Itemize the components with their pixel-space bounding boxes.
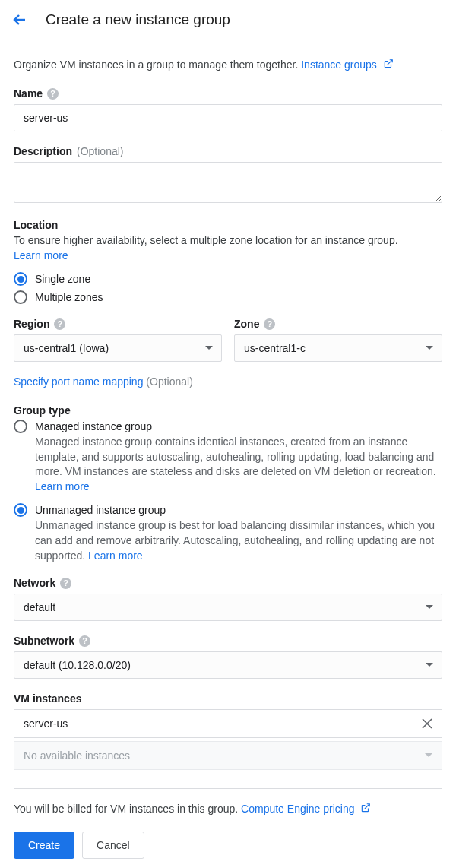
network-field: Network ? default [14,577,442,621]
close-icon[interactable] [422,718,432,729]
help-icon[interactable]: ? [47,88,59,100]
help-icon[interactable]: ? [79,635,90,647]
name-field: Name ? [14,87,442,131]
managed-learn-more-link[interactable]: Learn more [35,480,90,493]
billing-body: You will be billed for VM instances in t… [14,803,238,815]
radio-icon [14,272,27,286]
region-select[interactable]: us-central1 (Iowa) [14,334,222,362]
port-mapping-row: Specify port name mapping (Optional) [14,375,442,388]
group-type-managed: Managed instance group Managed instance … [14,420,442,494]
radio-icon [14,420,27,433]
radio-unmanaged[interactable]: Unmanaged instance group [14,503,442,517]
create-button[interactable]: Create [14,832,74,859]
region-label: Region [14,318,49,330]
intro-text: Organize VM instances in a group to mana… [14,59,442,71]
location-section: Location To ensure higher availability, … [14,219,442,304]
managed-desc: Managed instance group contains identica… [35,435,442,494]
description-input[interactable] [14,162,442,203]
subnetwork-field: Subnetwork ? default (10.128.0.0/20) [14,635,442,679]
unmanaged-desc: Unmanaged instance group is best for loa… [35,518,442,563]
vm-instance-item: server-us [14,709,442,738]
vm-instances-label: VM instances [14,692,81,705]
help-icon[interactable]: ? [264,318,275,330]
group-type-unmanaged: Unmanaged instance group Unmanaged insta… [14,503,442,563]
name-label: Name [14,87,43,100]
help-icon[interactable]: ? [60,578,71,589]
instance-groups-link-label: Instance groups [301,59,377,71]
unmanaged-learn-more-link[interactable]: Learn more [88,550,143,562]
radio-single-zone[interactable]: Single zone [14,272,442,286]
pricing-link-label: Compute Engine pricing [241,803,354,815]
vm-instance-name: server-us [24,718,68,730]
description-optional: (Optional) [77,145,123,157]
help-icon[interactable]: ? [54,318,65,330]
group-type-section: Group type Managed instance group Manage… [14,404,442,563]
chevron-down-icon [425,753,432,758]
vm-instances-field: VM instances server-us No available inst… [14,692,442,770]
external-link-icon [360,803,371,813]
divider [14,788,442,789]
zone-label: Zone [234,318,259,330]
back-arrow-icon[interactable] [11,11,29,29]
managed-desc-text: Managed instance group contains identica… [35,436,436,477]
zone-field: Zone ? us-central1-c [234,318,442,362]
group-type-title: Group type [14,404,442,417]
port-mapping-link[interactable]: Specify port name mapping [14,375,143,388]
button-row: Create Cancel [14,832,442,859]
radio-managed[interactable]: Managed instance group [14,420,442,433]
cancel-button[interactable]: Cancel [82,832,144,859]
unmanaged-label: Unmanaged instance group [35,504,166,516]
zone-select[interactable]: us-central1-c [234,334,442,362]
vm-instance-select-disabled: No available instances [14,741,442,770]
subnetwork-select[interactable]: default (10.128.0.0/20) [14,651,442,679]
billing-text: You will be billed for VM instances in t… [14,803,442,815]
description-field: Description (Optional) [14,145,442,205]
radio-multiple-label: Multiple zones [35,291,103,303]
location-title: Location [14,219,442,231]
location-learn-more-link[interactable]: Learn more [14,249,68,261]
name-input[interactable] [14,104,442,131]
external-link-icon [383,59,394,69]
instance-groups-link[interactable]: Instance groups [301,59,394,71]
region-field: Region ? us-central1 (Iowa) [14,318,222,362]
managed-label: Managed instance group [35,420,152,432]
radio-multiple-zones[interactable]: Multiple zones [14,290,442,304]
radio-single-label: Single zone [35,273,90,285]
network-select[interactable]: default [14,594,442,621]
intro-body: Organize VM instances in a group to mana… [14,59,298,71]
pricing-link[interactable]: Compute Engine pricing [241,803,371,815]
subnetwork-label: Subnetwork [14,635,74,647]
radio-icon [14,503,27,517]
vm-empty-text: No available instances [24,749,130,762]
page-header: Create a new instance group [0,0,456,40]
location-desc: To ensure higher availability, select a … [14,234,442,246]
network-label: Network [14,577,55,589]
port-mapping-optional: (Optional) [146,375,192,388]
radio-icon [14,290,27,304]
page-title: Create a new instance group [46,11,230,28]
description-label: Description [14,145,72,157]
